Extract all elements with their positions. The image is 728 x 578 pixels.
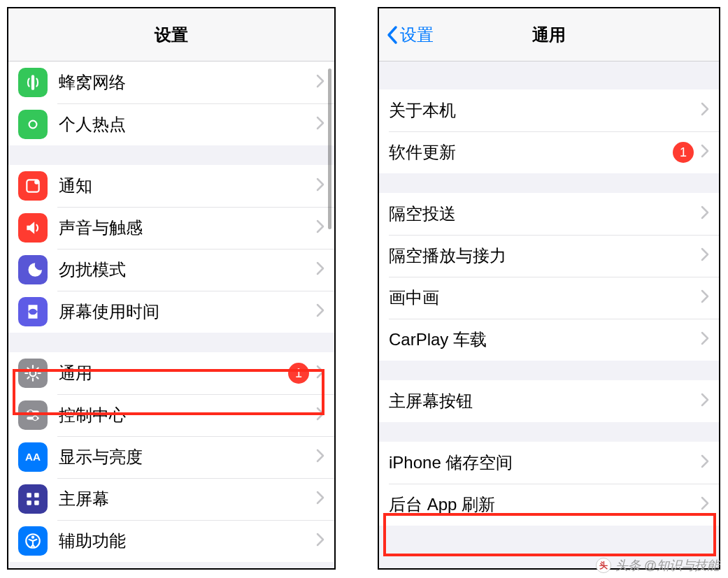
row-label: 隔空投送 — [389, 203, 701, 225]
row-accessibility[interactable]: 辅助功能 — [8, 520, 334, 562]
chevron-right-icon — [701, 144, 709, 161]
row-airdrop[interactable]: 隔空投送 — [379, 193, 719, 235]
row-about[interactable]: 关于本机 — [379, 89, 719, 131]
chevron-right-icon — [701, 102, 709, 119]
row-label: 勿扰模式 — [59, 259, 316, 281]
settings-group: 蜂窝网络 个人热点 — [8, 62, 334, 145]
chevron-right-icon — [701, 205, 709, 222]
chevron-right-icon — [316, 491, 324, 507]
svg-rect-9 — [34, 493, 38, 498]
watermark-icon: 头 — [596, 558, 611, 573]
chevron-right-icon — [701, 496, 709, 513]
row-label: 关于本机 — [389, 99, 701, 122]
row-homescreen[interactable]: 主屏幕 — [8, 478, 334, 520]
svg-rect-8 — [27, 493, 31, 498]
settings-screen: 设置 蜂窝网络 个人热点 — [7, 7, 336, 570]
chevron-right-icon — [316, 74, 324, 91]
settings-list: 蜂窝网络 个人热点 通知 — [8, 62, 334, 562]
svg-point-5 — [29, 410, 34, 414]
svg-point-2 — [30, 370, 36, 377]
general-screen: 设置 通用 关于本机 软件更新 1 隔空投送 隔空播放与接力 — [378, 7, 720, 570]
row-label: CarPlay 车载 — [389, 328, 701, 351]
settings-group: 通用 1 控制中心 AA 显示与亮度 — [8, 352, 334, 562]
notifications-icon — [18, 171, 48, 201]
back-label: 设置 — [400, 24, 434, 46]
badge: 1 — [288, 363, 309, 384]
row-label: iPhone 储存空间 — [389, 451, 701, 474]
chevron-right-icon — [316, 407, 324, 424]
sounds-icon — [18, 213, 48, 243]
general-group: 主屏幕按钮 — [379, 380, 719, 422]
row-label: 声音与触感 — [59, 217, 316, 239]
row-dnd[interactable]: 勿扰模式 — [8, 249, 334, 291]
svg-rect-11 — [34, 500, 38, 505]
chevron-right-icon — [701, 247, 709, 264]
svg-text:AA: AA — [25, 451, 41, 463]
row-label: 通知 — [59, 175, 316, 197]
row-label: 个人热点 — [59, 113, 316, 136]
chevron-right-icon — [316, 365, 324, 382]
chevron-right-icon — [316, 303, 324, 320]
row-update[interactable]: 软件更新 1 — [379, 131, 719, 173]
row-bgrefresh[interactable]: 后台 App 刷新 — [379, 484, 719, 526]
general-list: 关于本机 软件更新 1 隔空投送 隔空播放与接力 画中画 — [379, 89, 719, 526]
chevron-right-icon — [316, 449, 324, 465]
row-label: 隔空播放与接力 — [389, 245, 701, 267]
row-cellular[interactable]: 蜂窝网络 — [8, 62, 334, 103]
row-carplay[interactable]: CarPlay 车载 — [379, 319, 719, 361]
chevron-right-icon — [316, 261, 324, 278]
settings-title: 设置 — [8, 24, 334, 46]
display-icon: AA — [18, 442, 48, 472]
row-label: 后台 App 刷新 — [389, 493, 701, 516]
back-button[interactable]: 设置 — [379, 24, 434, 46]
row-sounds[interactable]: 声音与触感 — [8, 207, 334, 249]
row-label: 蜂窝网络 — [59, 71, 316, 94]
row-pip[interactable]: 画中画 — [379, 277, 719, 319]
hotspot-icon — [18, 110, 48, 139]
row-label: 软件更新 — [389, 141, 673, 164]
chevron-right-icon — [316, 219, 324, 236]
row-display[interactable]: AA 显示与亮度 — [8, 436, 334, 478]
watermark-text: 头条 @知识与技能 — [615, 557, 720, 574]
settings-header: 设置 — [8, 8, 334, 62]
settings-group: 通知 声音与触感 勿扰模式 屏幕使用时间 — [8, 165, 334, 333]
cellular-icon — [18, 68, 48, 97]
chevron-right-icon — [701, 289, 709, 306]
row-screentime[interactable]: 屏幕使用时间 — [8, 291, 334, 333]
badge: 1 — [673, 142, 694, 163]
general-icon — [18, 359, 48, 388]
row-label: 辅助功能 — [59, 530, 316, 552]
screentime-icon — [18, 297, 48, 326]
chevron-right-icon — [316, 178, 324, 194]
svg-rect-10 — [27, 500, 31, 505]
accessibility-icon — [18, 526, 48, 556]
row-storage[interactable]: iPhone 储存空间 — [379, 442, 719, 484]
row-label: 屏幕使用时间 — [59, 301, 316, 323]
chevron-right-icon — [701, 393, 709, 410]
row-label: 主屏幕 — [59, 488, 316, 510]
chevron-right-icon — [316, 116, 324, 133]
row-homebutton[interactable]: 主屏幕按钮 — [379, 380, 719, 422]
row-notifications[interactable]: 通知 — [8, 165, 334, 207]
row-general[interactable]: 通用 1 — [8, 352, 334, 394]
general-group: 关于本机 软件更新 1 — [379, 89, 719, 173]
svg-point-1 — [34, 180, 38, 185]
svg-point-6 — [33, 416, 38, 421]
dnd-icon — [18, 255, 48, 284]
general-group: iPhone 储存空间 后台 App 刷新 — [379, 442, 719, 526]
row-label: 通用 — [59, 362, 288, 384]
homescreen-icon — [18, 484, 48, 514]
chevron-right-icon — [701, 454, 709, 471]
svg-point-13 — [31, 535, 34, 538]
row-label: 画中画 — [389, 287, 701, 309]
row-label: 显示与亮度 — [59, 446, 316, 468]
chevron-right-icon — [316, 533, 324, 549]
controlcenter-icon — [18, 400, 48, 430]
row-label: 控制中心 — [59, 404, 316, 426]
watermark: 头 头条 @知识与技能 — [596, 557, 720, 574]
scrollbar[interactable] — [328, 68, 331, 229]
row-controlcenter[interactable]: 控制中心 — [8, 394, 334, 436]
row-hotspot[interactable]: 个人热点 — [8, 103, 334, 145]
row-airplay[interactable]: 隔空播放与接力 — [379, 235, 719, 277]
general-header: 设置 通用 — [379, 8, 719, 62]
